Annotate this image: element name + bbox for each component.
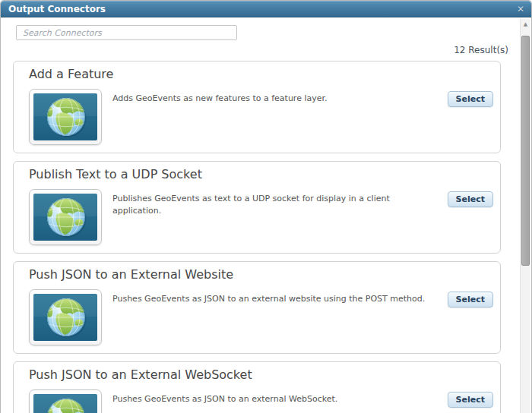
dialog-content: 12 Result(s) Add a Feature Adds GeoEvent… — [1, 25, 531, 413]
search-input[interactable] — [16, 25, 237, 40]
connector-title: Push JSON to an External Website — [29, 267, 496, 282]
select-button[interactable]: Select — [448, 191, 493, 207]
connector-description: Pushes GeoEvents as JSON to an external … — [112, 393, 437, 405]
vertical-scrollbar[interactable]: ▲ — [520, 19, 530, 413]
output-connectors-dialog: Output Connectors ✕ 12 Result(s) Add a F… — [0, 0, 532, 413]
globe-icon — [29, 289, 102, 345]
connector-card: Push JSON to an External WebSocket Pushe… — [13, 361, 501, 413]
connector-list: Add a Feature Adds GeoEvents as new feat… — [13, 61, 501, 413]
select-button[interactable]: Select — [448, 91, 493, 107]
connector-title: Add a Feature — [29, 67, 496, 81]
scroll-up-icon[interactable]: ▲ — [521, 19, 530, 30]
connector-card: Add a Feature Adds GeoEvents as new feat… — [13, 61, 501, 153]
connector-title: Push JSON to an External WebSocket — [29, 367, 496, 382]
globe-icon — [29, 389, 102, 413]
results-count: 12 Result(s) — [1, 45, 508, 55]
select-button[interactable]: Select — [448, 392, 493, 408]
globe-icon — [29, 189, 102, 245]
globe-icon — [29, 89, 102, 145]
connector-card: Publish Text to a UDP Socket Publishes G… — [13, 161, 501, 254]
connector-description: Pushes GeoEvents as JSON to an external … — [112, 293, 437, 305]
connector-description: Adds GeoEvents as new features to a feat… — [112, 93, 437, 105]
connector-card: Push JSON to an External Website Pushes … — [13, 261, 501, 354]
dialog-title: Output Connectors — [8, 4, 106, 14]
connector-description: Publishes GeoEvents as text to a UDP soc… — [112, 193, 437, 217]
connector-title: Publish Text to a UDP Socket — [29, 167, 496, 181]
select-button[interactable]: Select — [448, 292, 493, 307]
close-icon[interactable]: ✕ — [517, 1, 524, 17]
dialog-titlebar: Output Connectors ✕ — [1, 1, 531, 17]
scrollbar-thumb[interactable] — [521, 36, 530, 266]
